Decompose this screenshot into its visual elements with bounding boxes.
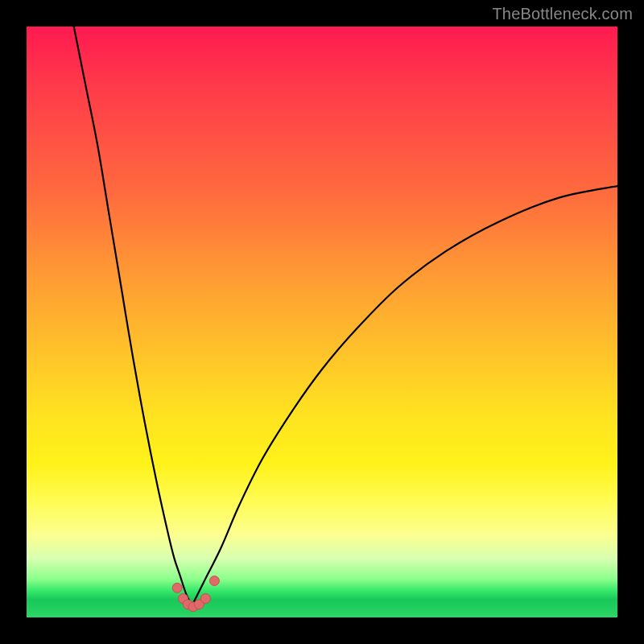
plot-area — [27, 27, 617, 617]
chart-frame: TheBottleneck.com — [0, 0, 644, 644]
watermark-text: TheBottleneck.com — [492, 5, 633, 23]
heat-gradient-background — [27, 27, 617, 617]
